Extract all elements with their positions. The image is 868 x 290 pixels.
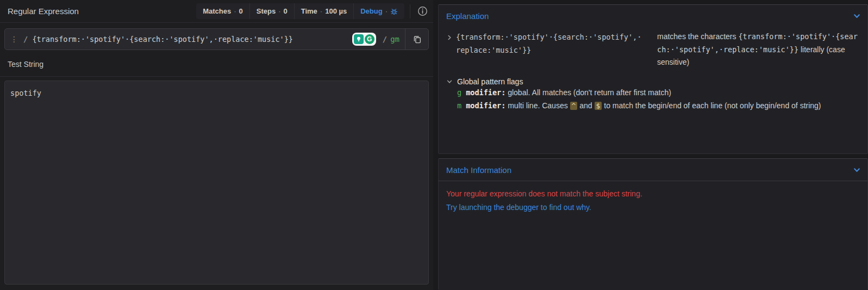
stats-strip: Matches·0 Steps·0 Time·100 µs Debug· xyxy=(196,3,404,19)
chevron-down-icon[interactable] xyxy=(446,78,456,85)
explanation-content: {transform:·'spotify'·{search:·'spotify'… xyxy=(439,25,867,112)
match-information-section: Match Information Your regular expressio… xyxy=(438,158,868,290)
steps-label: Steps xyxy=(257,7,276,15)
steps-badge: Steps·0 xyxy=(249,3,294,19)
copy-regex-button[interactable] xyxy=(405,29,428,50)
matches-badge: Matches·0 xyxy=(196,3,249,19)
debug-button[interactable]: Debug· xyxy=(353,3,404,19)
flag-g-row: gmodifier: global. All matches (don't re… xyxy=(446,87,862,99)
time-value: 100 µs xyxy=(325,7,347,15)
insert-token-handle-icon[interactable]: ⋮ xyxy=(5,35,21,44)
explanation-token-row: {transform:·'spotify'·{search:·'spotify'… xyxy=(446,30,862,69)
flag-m-row: mmodifier: multi line. Causes ^ and $ to… xyxy=(446,100,862,112)
browser-extension-badge[interactable]: G xyxy=(352,33,376,46)
test-string-label: Test String xyxy=(8,60,43,69)
explanation-header[interactable]: Explanation xyxy=(439,5,867,25)
grammarly-icon[interactable]: G xyxy=(365,34,374,44)
debugger-link[interactable]: Try launching the debugger to find out w… xyxy=(446,203,860,212)
flag-m-letter: m xyxy=(457,101,461,110)
bug-icon xyxy=(390,8,398,15)
regex-info-button[interactable] xyxy=(416,5,429,18)
info-icon xyxy=(417,6,428,16)
token-pattern[interactable]: {transform:·'spotify'·{search:·'spotify'… xyxy=(456,30,644,57)
time-label: Time xyxy=(301,7,317,15)
flag-g-modifier: modifier: xyxy=(466,88,505,97)
no-match-error-message: Your regular expression does not match t… xyxy=(446,189,860,198)
regex-flags[interactable]: gm xyxy=(390,35,399,44)
dollar-anchor-token: $ xyxy=(595,102,602,110)
regex-editor-panel: Regular Expression Matches·0 Steps·0 Tim… xyxy=(0,0,433,290)
global-flags-label: Global pattern flags xyxy=(457,77,523,86)
flag-g-letter: g xyxy=(457,88,461,97)
time-badge: Time·100 µs xyxy=(294,3,353,19)
match-information-header[interactable]: Match Information xyxy=(439,159,867,179)
test-string-input[interactable]: spotify xyxy=(4,81,429,285)
chevron-right-icon[interactable] xyxy=(446,33,456,43)
regex-close-delimiter: / xyxy=(380,35,389,44)
match-information-content: Your regular expression does not match t… xyxy=(439,181,867,220)
flag-m-modifier: modifier: xyxy=(466,101,505,110)
header-divider xyxy=(410,4,410,18)
editor-header: Regular Expression Matches·0 Steps·0 Tim… xyxy=(0,0,433,23)
panel-title: Regular Expression xyxy=(8,7,79,16)
matches-label: Matches xyxy=(203,7,231,15)
copy-icon xyxy=(413,35,422,44)
regex-open-delimiter: / xyxy=(21,35,30,44)
debug-label: Debug xyxy=(360,7,382,15)
test-string-divider xyxy=(0,76,433,77)
regex-input[interactable]: ⋮ / {transform:·'spotify'·{search:·'spot… xyxy=(4,28,429,50)
global-flags-heading[interactable]: Global pattern flags xyxy=(446,77,862,86)
steps-value: 0 xyxy=(283,7,287,15)
caret-anchor-token: ^ xyxy=(570,102,578,110)
token-description: matches the characters {transform:·'spot… xyxy=(657,30,862,69)
match-information-title: Match Information xyxy=(446,165,511,175)
explanation-title: Explanation xyxy=(446,11,489,21)
chevron-down-icon[interactable] xyxy=(853,166,861,174)
explanation-section: Explanation {transform:·'spotify'·{searc… xyxy=(438,4,868,154)
results-panel: Explanation {transform:·'spotify'·{searc… xyxy=(438,0,868,290)
regex-pattern-text[interactable]: {transform:·'spotify'·{search:·'spotify'… xyxy=(32,35,352,44)
chevron-down-icon[interactable] xyxy=(853,12,861,20)
lightbulb-extension-icon[interactable] xyxy=(354,34,364,44)
matches-value: 0 xyxy=(239,7,243,15)
